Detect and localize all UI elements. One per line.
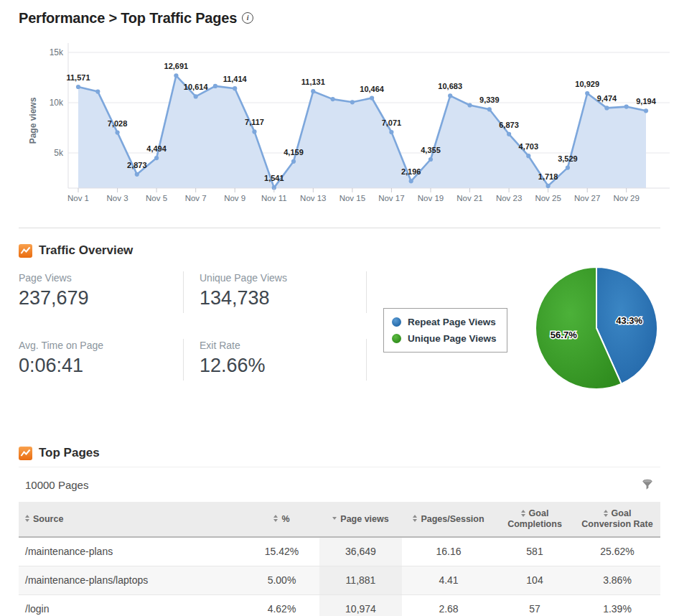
metric-value: 12.66% bbox=[200, 353, 355, 378]
value-cell: 1.39% bbox=[574, 594, 660, 616]
svg-text:Nov 15: Nov 15 bbox=[340, 194, 365, 202]
metric-value: 134,738 bbox=[200, 286, 355, 310]
svg-text:Nov 3: Nov 3 bbox=[107, 194, 128, 202]
traffic-overview-heading: Traffic Overview bbox=[19, 243, 660, 258]
svg-text:Nov 9: Nov 9 bbox=[224, 194, 245, 202]
svg-text:6,873: 6,873 bbox=[499, 121, 519, 129]
svg-text:1,718: 1,718 bbox=[538, 172, 558, 181]
table-row[interactable]: /login4.62%10,9742.68571.39% bbox=[19, 594, 660, 616]
svg-text:Nov 5: Nov 5 bbox=[146, 194, 167, 202]
column-label: Source bbox=[33, 514, 63, 524]
column-label: % bbox=[281, 514, 289, 524]
column-header-goal-completions[interactable]: Goal Completions bbox=[495, 502, 574, 537]
value-cell: 16.16 bbox=[402, 537, 495, 566]
svg-text:9,474: 9,474 bbox=[597, 94, 617, 103]
metric-label: Avg. Time on Page bbox=[19, 339, 172, 352]
legend-item-unique-page-views[interactable]: Unique Page Views bbox=[392, 330, 497, 347]
svg-text:3,529: 3,529 bbox=[558, 154, 578, 163]
metric-exit-rate: Exit Rate 12.66% bbox=[184, 339, 367, 381]
value-cell: 11,881 bbox=[319, 566, 402, 594]
svg-text:Nov 11: Nov 11 bbox=[261, 194, 287, 202]
svg-text:Nov 27: Nov 27 bbox=[574, 194, 600, 202]
info-icon[interactable]: i bbox=[242, 12, 253, 24]
table-row[interactable]: /maintenance-plans15.42%36,64916.1658125… bbox=[19, 537, 660, 566]
sort-desc-icon bbox=[332, 517, 337, 520]
value-cell: 2.68 bbox=[402, 594, 495, 616]
svg-text:Nov 17: Nov 17 bbox=[378, 194, 404, 202]
section-divider bbox=[19, 228, 660, 228]
sort-icon bbox=[413, 515, 417, 522]
svg-text:56.7%: 56.7% bbox=[551, 330, 577, 340]
svg-text:10k: 10k bbox=[50, 98, 64, 108]
pie-chart: 43.3%56.7% bbox=[533, 264, 660, 395]
value-cell: 581 bbox=[495, 537, 574, 566]
svg-text:10,464: 10,464 bbox=[360, 85, 385, 93]
svg-text:Nov 19: Nov 19 bbox=[418, 194, 444, 202]
svg-text:Nov 25: Nov 25 bbox=[535, 194, 561, 202]
metric-avg-time-on-page: Avg. Time on Page 0:06:41 bbox=[19, 339, 184, 381]
svg-text:4,494: 4,494 bbox=[146, 144, 167, 153]
filter-icon[interactable] bbox=[640, 477, 655, 493]
svg-text:4,355: 4,355 bbox=[421, 146, 441, 154]
column-header-pages-session[interactable]: Pages/Session bbox=[402, 502, 495, 537]
source-cell: /maintenance-plans/laptops bbox=[19, 566, 244, 594]
svg-text:11,571: 11,571 bbox=[66, 73, 90, 82]
svg-text:10,683: 10,683 bbox=[438, 82, 462, 90]
legend-item-repeat-page-views[interactable]: Repeat Page Views bbox=[392, 314, 497, 330]
table-body: /maintenance-plans15.42%36,64916.1658125… bbox=[19, 537, 660, 616]
metric-unique-page-views: Unique Page Views 134,738 bbox=[184, 271, 367, 313]
top-pages-table-block: 10000 Pages Source%Page viewsPages/Sessi… bbox=[19, 467, 660, 616]
metric-value: 0:06:41 bbox=[19, 353, 172, 378]
column-label: Goal Completions bbox=[507, 508, 562, 529]
table-header-row: Source%Page viewsPages/SessionGoal Compl… bbox=[19, 502, 660, 537]
metric-label: Unique Page Views bbox=[200, 271, 355, 284]
svg-text:11,414: 11,414 bbox=[223, 75, 248, 83]
metrics-grid: Page Views 237,679 Unique Page Views 134… bbox=[19, 271, 367, 409]
svg-text:2,873: 2,873 bbox=[127, 161, 147, 169]
value-cell: 36,649 bbox=[319, 537, 402, 566]
pie-chart-svg: 43.3%56.7% bbox=[533, 264, 660, 392]
svg-text:2,196: 2,196 bbox=[401, 167, 421, 176]
svg-text:Nov 29: Nov 29 bbox=[613, 194, 639, 202]
svg-text:43.3%: 43.3% bbox=[616, 315, 642, 326]
top-pages-table: Source%Page viewsPages/SessionGoal Compl… bbox=[19, 502, 660, 616]
column-label: Page views bbox=[340, 514, 388, 524]
analytics-icon bbox=[19, 244, 32, 258]
table-row[interactable]: /maintenance-plans/laptops5.00%11,8814.4… bbox=[19, 566, 660, 594]
legend-swatch-blue bbox=[392, 317, 401, 327]
pageviews-area-chart: 11,5717,0282,8734,49412,69110,61411,4147… bbox=[29, 40, 660, 207]
svg-text:11,131: 11,131 bbox=[301, 78, 325, 86]
sort-icon bbox=[25, 515, 29, 522]
svg-text:9,339: 9,339 bbox=[479, 95, 500, 104]
metric-page-views: Page Views 237,679 bbox=[19, 271, 184, 313]
column-header-source[interactable]: Source bbox=[19, 502, 244, 537]
svg-text:15k: 15k bbox=[50, 47, 64, 57]
value-cell: 25.62% bbox=[574, 537, 660, 566]
svg-text:Page views: Page views bbox=[29, 97, 38, 144]
column-header-[interactable]: % bbox=[244, 502, 319, 537]
top-pages-section: Top Pages 10000 Pages Source%Page viewsP… bbox=[19, 445, 660, 616]
svg-text:10,614: 10,614 bbox=[184, 83, 209, 91]
value-cell: 3.86% bbox=[574, 566, 660, 594]
area-chart-svg: 11,5717,0282,8734,49412,69110,61411,4147… bbox=[29, 40, 671, 207]
column-label: Goal Conversion Rate bbox=[581, 508, 652, 529]
traffic-overview-body: Page Views 237,679 Unique Page Views 134… bbox=[19, 271, 660, 409]
svg-text:Nov 1: Nov 1 bbox=[67, 194, 89, 202]
value-cell: 5.00% bbox=[244, 566, 319, 594]
column-header-page-views[interactable]: Page views bbox=[319, 502, 402, 537]
metric-label: Page Views bbox=[19, 271, 172, 284]
table-toolbar: 10000 Pages bbox=[19, 467, 660, 502]
column-label: Pages/Session bbox=[421, 514, 484, 524]
svg-text:Nov 13: Nov 13 bbox=[300, 194, 326, 202]
column-header-goal-conversion-rate[interactable]: Goal Conversion Rate bbox=[574, 502, 660, 537]
source-cell: /maintenance-plans bbox=[19, 537, 244, 566]
sort-icon bbox=[521, 510, 525, 517]
svg-text:7,071: 7,071 bbox=[382, 118, 402, 127]
value-cell: 4.62% bbox=[244, 594, 319, 616]
svg-text:10,929: 10,929 bbox=[575, 80, 599, 88]
svg-text:12,691: 12,691 bbox=[164, 62, 189, 70]
svg-text:1,541: 1,541 bbox=[264, 174, 284, 182]
svg-text:5k: 5k bbox=[54, 148, 64, 158]
svg-text:Nov 21: Nov 21 bbox=[456, 194, 482, 202]
pages-count: 10000 Pages bbox=[25, 479, 88, 491]
